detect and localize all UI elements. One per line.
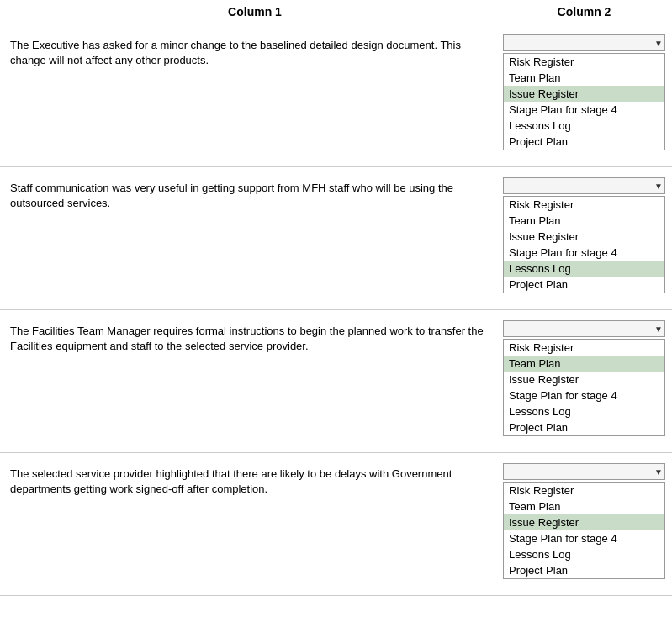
list-item-3-3[interactable]: Issue Register <box>504 372 664 388</box>
chevron-down-icon-2: ▼ <box>654 182 663 191</box>
list-item-3-6[interactable]: Project Plan <box>504 419 664 435</box>
page: Column 1 Column 2 The Executive has aske… <box>0 0 672 596</box>
col2-cell-2: ▼Risk RegisterTeam PlanIssue RegisterSta… <box>496 174 672 303</box>
list-item-4-2[interactable]: Team Plan <box>504 498 664 514</box>
col2-cell-4: ▼Risk RegisterTeam PlanIssue RegisterSta… <box>496 460 672 588</box>
list-item-2-5[interactable]: Lessons Log <box>504 261 664 277</box>
col2-cell-1: ▼Risk RegisterTeam PlanIssue RegisterSta… <box>496 31 672 160</box>
col1-text-4: The selected service provider highlighte… <box>0 460 496 588</box>
list-item-3-2[interactable]: Team Plan <box>504 356 664 372</box>
list-item-4-1[interactable]: Risk Register <box>504 483 664 498</box>
list-item-4-3[interactable]: Issue Register <box>504 514 664 530</box>
column1-header: Column 1 <box>7 5 503 18</box>
dropdown-trigger-2[interactable]: ▼ <box>503 177 665 194</box>
list-item-4-6[interactable]: Project Plan <box>504 562 664 578</box>
list-item-1-4[interactable]: Stage Plan for stage 4 <box>504 102 664 118</box>
list-item-3-1[interactable]: Risk Register <box>504 340 664 356</box>
list-item-3-4[interactable]: Stage Plan for stage 4 <box>504 388 664 404</box>
listbox-4: Risk RegisterTeam PlanIssue RegisterStag… <box>503 482 665 579</box>
dropdown-trigger-3[interactable]: ▼ <box>503 320 665 337</box>
list-item-1-6[interactable]: Project Plan <box>504 134 664 150</box>
content-row-2: Staff communication was very useful in g… <box>0 167 672 310</box>
list-item-4-4[interactable]: Stage Plan for stage 4 <box>504 530 664 546</box>
column2-header: Column 2 <box>503 5 665 18</box>
col1-text-3: The Facilities Team Manager requires for… <box>0 317 496 446</box>
list-item-2-6[interactable]: Project Plan <box>504 277 664 293</box>
col1-text-2: Staff communication was very useful in g… <box>0 174 496 303</box>
list-item-2-1[interactable]: Risk Register <box>504 197 664 213</box>
listbox-3: Risk RegisterTeam PlanIssue RegisterStag… <box>503 339 665 436</box>
list-item-4-5[interactable]: Lessons Log <box>504 546 664 562</box>
list-item-2-3[interactable]: Issue Register <box>504 229 664 245</box>
chevron-down-icon-3: ▼ <box>654 324 663 334</box>
dropdown-trigger-4[interactable]: ▼ <box>503 463 665 480</box>
header-row: Column 1 Column 2 <box>0 0 672 24</box>
chevron-down-icon-4: ▼ <box>654 467 663 477</box>
col2-cell-3: ▼Risk RegisterTeam PlanIssue RegisterSta… <box>496 317 672 446</box>
dropdown-trigger-1[interactable]: ▼ <box>503 34 665 51</box>
list-item-1-3[interactable]: Issue Register <box>504 86 664 102</box>
list-item-2-4[interactable]: Stage Plan for stage 4 <box>504 245 664 261</box>
list-item-1-5[interactable]: Lessons Log <box>504 118 664 134</box>
list-item-3-5[interactable]: Lessons Log <box>504 404 664 419</box>
list-item-1-1[interactable]: Risk Register <box>504 54 664 70</box>
list-item-2-2[interactable]: Team Plan <box>504 213 664 229</box>
chevron-down-icon-1: ▼ <box>654 39 663 48</box>
listbox-1: Risk RegisterTeam PlanIssue RegisterStag… <box>503 53 665 150</box>
col1-text-1: The Executive has asked for a minor chan… <box>0 31 496 160</box>
content-row-1: The Executive has asked for a minor chan… <box>0 24 672 167</box>
listbox-2: Risk RegisterTeam PlanIssue RegisterStag… <box>503 196 665 293</box>
content-row-4: The selected service provider highlighte… <box>0 453 672 596</box>
list-item-1-2[interactable]: Team Plan <box>504 70 664 86</box>
content-row-3: The Facilities Team Manager requires for… <box>0 310 672 453</box>
rows-container: The Executive has asked for a minor chan… <box>0 24 672 596</box>
